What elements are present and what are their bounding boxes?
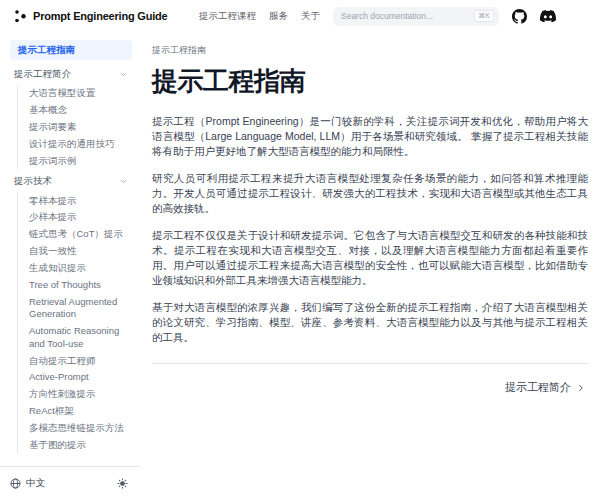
language-label: 中文 xyxy=(26,477,45,490)
main-content: 提示工程指南 提示工程指南 提示工程（Prompt Engineering）是一… xyxy=(140,32,600,395)
sidebar-item-art[interactable]: Automatic Reasoning and Tool-use xyxy=(27,323,132,352)
nav-link-services[interactable]: 服务 xyxy=(269,10,288,23)
sidebar-item-basics[interactable]: 基本概念 xyxy=(27,102,132,119)
breadcrumb: 提示工程指南 xyxy=(152,44,588,57)
sidebar-item-examples[interactable]: 提示词示例 xyxy=(27,153,132,170)
nav-link-course[interactable]: 提示工程课程 xyxy=(199,10,256,23)
sidebar-item-active-prompt[interactable]: Active-Prompt xyxy=(27,369,132,386)
sidebar-section-techniques-label: 提示技术 xyxy=(14,175,52,187)
nav-link-about[interactable]: 关于 xyxy=(301,10,320,23)
theme-toggle-sun-icon[interactable] xyxy=(117,478,128,489)
sidebar-item-self-consistency[interactable]: 自我一致性 xyxy=(27,243,132,260)
sidebar-group-intro: 大语言模型设置 基本概念 提示词要素 设计提示的通用技巧 提示词示例 xyxy=(17,85,132,169)
sidebar-item-rag[interactable]: Retrieval Augmented Generation xyxy=(27,294,132,323)
sidebar-group-techniques: 零样本提示 少样本提示 链式思考（CoT）提示 自我一致性 生成知识提示 Tre… xyxy=(17,192,132,453)
sidebar-item-llm-settings[interactable]: 大语言模型设置 xyxy=(27,85,132,102)
globe-icon xyxy=(10,478,21,489)
chevron-down-icon xyxy=(119,177,128,186)
github-icon[interactable] xyxy=(512,9,527,24)
paragraph-2: 研究人员可利用提示工程来提升大语言模型处理复杂任务场景的能力，如问答和算术推理能… xyxy=(152,171,588,216)
sidebar-item-tips[interactable]: 设计提示的通用技巧 xyxy=(27,136,132,153)
brand-logo-link[interactable]: Prompt Engineering Guide xyxy=(14,8,168,24)
discord-icon[interactable] xyxy=(540,10,556,23)
search-box[interactable]: ⌘K xyxy=(333,7,499,26)
sidebar-section-techniques[interactable]: 提示技术 xyxy=(10,172,132,190)
sidebar-item-cot[interactable]: 链式思考（CoT）提示 xyxy=(27,226,132,243)
pagination: 提示工程简介 xyxy=(152,364,588,395)
sidebar-item-react[interactable]: ReAct框架 xyxy=(27,403,132,420)
paragraph-3: 提示工程不仅仅是关于设计和研发提示词。它包含了与大语言模型交互和研发的各种技能和… xyxy=(152,228,588,288)
sidebar-item-tot[interactable]: Tree of Thoughts xyxy=(27,277,132,294)
search-input[interactable] xyxy=(341,11,474,21)
sidebar-item-multimodal-cot[interactable]: 多模态思维链提示方法 xyxy=(27,420,132,437)
chevron-down-icon xyxy=(119,70,128,79)
sidebar-item-zeroshot[interactable]: 零样本提示 xyxy=(27,192,132,209)
sidebar-nav: 提示工程指南 提示工程简介 大语言模型设置 基本概念 提示词要素 设计提示的通用… xyxy=(0,32,140,466)
sidebar-item-elements[interactable]: 提示词要素 xyxy=(27,119,132,136)
page-title: 提示工程指南 xyxy=(152,64,588,99)
sidebar-item-dsp[interactable]: 方向性刺激提示 xyxy=(27,386,132,403)
sidebar-item-guide-active[interactable]: 提示工程指南 xyxy=(10,40,132,60)
logo-dots-icon xyxy=(14,8,27,24)
next-page-label: 提示工程简介 xyxy=(505,380,571,395)
next-page-link[interactable]: 提示工程简介 xyxy=(505,380,586,395)
search-shortcut-kbd: ⌘K xyxy=(474,10,494,22)
sidebar-item-knowledge[interactable]: 生成知识提示 xyxy=(27,260,132,277)
sidebar-item-fewshot[interactable]: 少样本提示 xyxy=(27,209,132,226)
paragraph-4: 基于对大语言模型的浓厚兴趣，我们编写了这份全新的提示工程指南，介绍了大语言模型相… xyxy=(152,300,588,345)
brand-title: Prompt Engineering Guide xyxy=(33,10,168,22)
sidebar-item-ape[interactable]: 自动提示工程师 xyxy=(27,352,132,369)
sidebar-section-intro[interactable]: 提示工程简介 xyxy=(10,65,132,83)
top-header: Prompt Engineering Guide 提示工程课程 服务 关于 ⌘K xyxy=(0,0,600,32)
language-switcher[interactable]: 中文 xyxy=(10,477,45,490)
sidebar-item-graph-prompting[interactable]: 基于图的提示 xyxy=(27,437,132,454)
chevron-right-icon xyxy=(576,383,586,393)
paragraph-1: 提示工程（Prompt Engineering）是一门较新的学科，关注提示词开发… xyxy=(152,114,588,159)
sidebar-section-intro-label: 提示工程简介 xyxy=(14,68,71,80)
sidebar-footer: 中文 xyxy=(0,466,140,500)
